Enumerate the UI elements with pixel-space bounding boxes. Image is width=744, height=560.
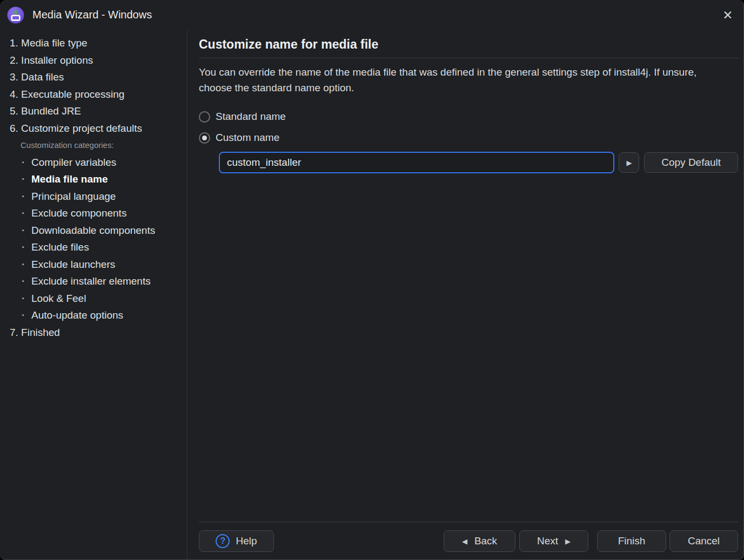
- step-data-files: 3. Data files: [0, 69, 187, 86]
- category-label: Media file name: [31, 171, 108, 188]
- category-label: Auto-update options: [31, 307, 123, 324]
- name-option-radio-group: Standard name Custom name: [199, 111, 738, 144]
- bullet-icon: ·: [22, 188, 31, 205]
- step-customize-project-defaults: 6. Customize project defaults: [0, 120, 187, 137]
- cancel-button[interactable]: Cancel: [669, 530, 738, 552]
- next-button[interactable]: Next ▶: [519, 530, 588, 552]
- category-label: Look & Feel: [31, 290, 86, 307]
- step-installer-options: 2. Installer options: [0, 52, 187, 69]
- help-button[interactable]: ? Help: [199, 530, 274, 552]
- category-media-file-name-active: · Media file name: [0, 171, 187, 188]
- category-label: Downloadable components: [31, 222, 155, 239]
- copy-default-button[interactable]: Copy Default: [644, 152, 738, 173]
- bullet-icon: ·: [22, 171, 31, 188]
- category-exclude-components: · Exclude components: [0, 205, 187, 222]
- custom-name-label[interactable]: Custom name: [216, 132, 279, 144]
- bullet-icon: ·: [22, 307, 31, 324]
- category-exclude-files: · Exclude files: [0, 239, 187, 256]
- finish-button[interactable]: Finish: [597, 530, 666, 552]
- category-label: Exclude files: [31, 239, 89, 256]
- dialog-body: 1. Media file type 2. Installer options …: [0, 30, 743, 559]
- bullet-icon: ·: [22, 205, 31, 222]
- help-label: Help: [236, 535, 257, 547]
- standard-name-label[interactable]: Standard name: [216, 111, 286, 123]
- bullet-icon: ·: [22, 273, 31, 290]
- category-look-and-feel: · Look & Feel: [0, 290, 187, 307]
- insert-variable-button[interactable]: ▶: [619, 152, 639, 173]
- category-auto-update-options: · Auto-update options: [0, 307, 187, 324]
- step-media-file-type: 1. Media file type: [0, 35, 187, 52]
- popup-arrow-icon: ▶: [626, 159, 632, 167]
- media-wizard-window: Media Wizard - Windows ✕ 1. Media file t…: [0, 0, 744, 560]
- next-arrow-icon: ▶: [565, 537, 571, 545]
- bullet-icon: ·: [22, 222, 31, 239]
- main-panel: Customize name for media file You can ov…: [187, 30, 743, 559]
- custom-name-option[interactable]: Custom name: [199, 132, 738, 144]
- category-principal-language: · Principal language: [0, 188, 187, 205]
- category-label: Principal language: [31, 188, 116, 205]
- category-label: Compiler variables: [31, 154, 116, 171]
- back-label: Back: [474, 535, 497, 547]
- radio-unchecked-icon[interactable]: [199, 111, 210, 123]
- bullet-icon: ·: [22, 154, 31, 171]
- category-downloadable-components: · Downloadable components: [0, 222, 187, 239]
- description-text: You can override the name of the media f…: [199, 65, 727, 96]
- wizard-steps-sidebar: 1. Media file type 2. Installer options …: [0, 30, 187, 559]
- bullet-icon: ·: [22, 239, 31, 256]
- bullet-icon: ·: [22, 256, 31, 273]
- media-wizard-app-icon: [7, 6, 24, 24]
- customization-categories-caption: Customization categories:: [0, 137, 187, 154]
- step-bundled-jre: 5. Bundled JRE: [0, 103, 187, 120]
- footer-button-bar: ? Help ◀ Back Next ▶ Finish Cancel: [199, 522, 738, 559]
- dialog-footer: ? Help ◀ Back Next ▶ Finish Cancel: [199, 522, 738, 559]
- custom-name-row: ▶ Copy Default: [219, 152, 738, 173]
- category-compiler-variables: · Compiler variables: [0, 154, 187, 171]
- close-icon[interactable]: ✕: [712, 0, 743, 30]
- back-arrow-icon: ◀: [462, 537, 467, 545]
- page-title: Customize name for media file: [199, 37, 738, 52]
- title-bar: Media Wizard - Windows ✕: [0, 0, 743, 30]
- radio-checked-icon[interactable]: [199, 132, 210, 144]
- step-executable-processing: 4. Executable processing: [0, 86, 187, 103]
- category-label: Exclude components: [31, 205, 126, 222]
- help-question-icon: ?: [216, 534, 230, 548]
- heading-divider: [199, 58, 738, 58]
- category-exclude-installer-elements: · Exclude installer elements: [0, 273, 187, 290]
- step-finished: 7. Finished: [0, 324, 187, 341]
- bullet-icon: ·: [22, 290, 31, 307]
- category-exclude-launchers: · Exclude launchers: [0, 256, 187, 273]
- next-label: Next: [537, 535, 558, 547]
- category-label: Exclude installer elements: [31, 273, 151, 290]
- back-button[interactable]: ◀ Back: [444, 530, 515, 552]
- window-title: Media Wizard - Windows: [32, 9, 152, 21]
- standard-name-option[interactable]: Standard name: [199, 111, 738, 123]
- category-label: Exclude launchers: [31, 256, 115, 273]
- custom-name-input[interactable]: [219, 152, 614, 173]
